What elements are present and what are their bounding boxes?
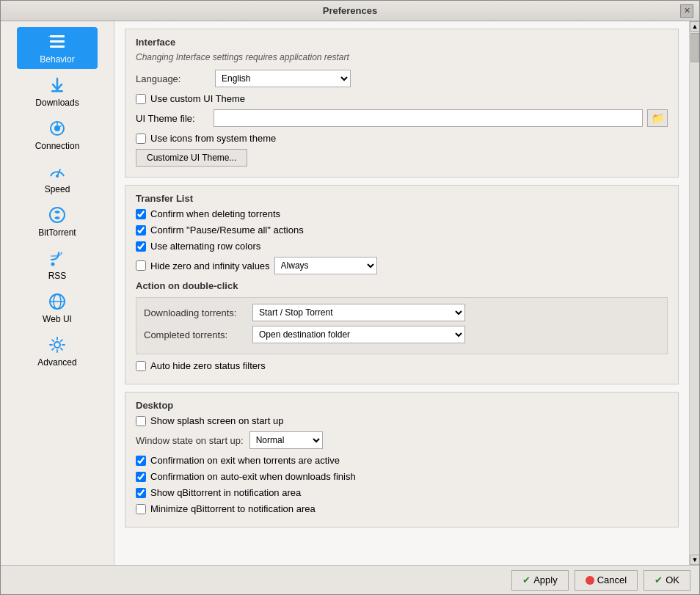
transfer-list-section: Transfer List Confirm when deleting torr… [125, 185, 679, 384]
ok-button[interactable]: ✔ OK [644, 570, 690, 591]
window-state-select[interactable]: Normal Minimized Maximized [249, 431, 323, 449]
apply-button[interactable]: ✔ Apply [511, 570, 569, 591]
icons-system-label: Use icons from system theme [150, 133, 276, 144]
alternating-label: Use alternating row colors [150, 241, 260, 252]
svg-point-9 [56, 175, 59, 178]
behavior-icon [47, 32, 68, 52]
alternating-checkbox[interactable] [136, 241, 146, 252]
auto-hide-checkbox[interactable] [136, 361, 146, 371]
sidebar-item-rss-label: RSS [48, 271, 67, 281]
customize-ui-theme-button[interactable]: Customize UI Theme... [136, 149, 247, 167]
minimize-notification-row: Minimize qBittorrent to notification are… [136, 503, 668, 514]
auto-hide-row: Auto hide zero status filters [136, 360, 668, 371]
window-title: Preferences [20, 5, 680, 16]
speed-icon [47, 161, 68, 182]
apply-check-icon: ✔ [522, 574, 531, 585]
hide-zero-checkbox[interactable] [136, 260, 146, 271]
svg-rect-4 [51, 90, 63, 92]
hide-zero-select[interactable]: Always Never When filtering [274, 257, 377, 274]
main-content: Behavior Downloads [1, 21, 699, 565]
ok-check-icon: ✔ [655, 574, 663, 585]
confirm-delete-label: Confirm when deleting torrents [150, 208, 280, 219]
cancel-button[interactable]: Cancel [575, 570, 638, 591]
sidebar-item-advanced[interactable]: Advanced [17, 330, 98, 372]
sidebar: Behavior Downloads [1, 21, 114, 565]
theme-file-browse-button[interactable]: 📁 [647, 109, 668, 127]
right-panel: Interface Changing Interface settings re… [114, 21, 699, 565]
sidebar-item-bittorrent[interactable]: BitTorrent [17, 200, 98, 242]
hide-zero-row: Hide zero and infinity values Always Nev… [136, 257, 668, 274]
sidebar-item-connection-label: Connection [35, 141, 80, 151]
sidebar-item-connection[interactable]: Connection [17, 114, 98, 156]
content-area: Interface Changing Interface settings re… [114, 21, 689, 565]
confirm-auto-exit-row: Confirmation on auto-exit when downloads… [136, 471, 668, 482]
custom-theme-label: Use custom UI Theme [150, 93, 245, 104]
confirm-exit-row: Confirmation on exit when torrents are a… [136, 455, 668, 466]
footer: ✔ Apply Cancel ✔ OK [1, 565, 699, 594]
confirm-pause-checkbox[interactable] [136, 225, 146, 236]
confirm-delete-row: Confirm when deleting torrents [136, 208, 668, 219]
language-row: Language: English French German Spanish [136, 70, 668, 87]
sidebar-item-speed-label: Speed [45, 184, 70, 194]
transfer-list-title: Transfer List [136, 193, 668, 204]
confirm-exit-label: Confirmation on exit when torrents are a… [150, 455, 340, 466]
title-bar: Preferences ✕ [1, 1, 699, 21]
downloading-select[interactable]: Start / Stop Torrent Open destination fo… [252, 304, 465, 321]
confirm-auto-exit-checkbox[interactable] [136, 472, 146, 482]
splash-checkbox[interactable] [136, 416, 146, 426]
scrollbar-up-button[interactable]: ▲ [690, 21, 699, 32]
window-state-label: Window state on start up: [136, 435, 244, 446]
scrollbar-down-button[interactable]: ▼ [690, 555, 699, 565]
preferences-window: Preferences ✕ Behavior [0, 0, 700, 595]
svg-point-15 [54, 342, 60, 348]
language-select[interactable]: English French German Spanish [215, 70, 351, 87]
close-button[interactable]: ✕ [680, 4, 693, 18]
scrollbar[interactable]: ▲ ▼ [689, 21, 699, 565]
icons-system-checkbox[interactable] [136, 134, 146, 144]
completed-select[interactable]: Open destination folder Start / Stop Tor… [252, 326, 465, 343]
sidebar-item-speed[interactable]: Speed [17, 157, 98, 199]
desktop-title: Desktop [136, 400, 668, 411]
svg-point-11 [51, 263, 55, 266]
sidebar-item-webui-label: Web UI [43, 314, 72, 324]
confirm-delete-checkbox[interactable] [136, 209, 146, 219]
hide-zero-label: Hide zero and infinity values [150, 260, 270, 271]
confirm-exit-checkbox[interactable] [136, 456, 146, 466]
action-double-click-label: Action on double-click [136, 280, 668, 291]
sidebar-item-behavior-label: Behavior [40, 54, 74, 65]
auto-hide-label: Auto hide zero status filters [150, 360, 266, 371]
show-notification-checkbox[interactable] [136, 488, 146, 498]
confirm-pause-row: Confirm "Pause/Resume all" actions [136, 225, 668, 236]
sidebar-item-rss[interactable]: RSS [17, 244, 98, 285]
cancel-dot-icon [586, 576, 594, 585]
show-notification-label: Show qBittorrent in notification area [150, 487, 301, 498]
icons-system-row: Use icons from system theme [136, 133, 668, 144]
minimize-notification-label: Minimize qBittorrent to notification are… [150, 503, 316, 514]
sidebar-item-behavior[interactable]: Behavior [17, 27, 98, 69]
svg-point-10 [50, 208, 65, 222]
apply-label: Apply [533, 574, 558, 585]
sidebar-item-bittorrent-label: BitTorrent [38, 227, 76, 238]
sidebar-item-advanced-label: Advanced [37, 357, 76, 368]
interface-section: Interface Changing Interface settings re… [125, 29, 679, 178]
confirm-auto-exit-label: Confirmation on auto-exit when downloads… [150, 471, 356, 482]
completed-row: Completed torrents: Open destination fol… [144, 326, 660, 343]
custom-theme-checkbox[interactable] [136, 94, 146, 104]
scrollbar-thumb[interactable] [690, 33, 699, 62]
splash-label: Show splash screen on start up [150, 415, 283, 426]
theme-file-label: UI Theme file: [136, 113, 209, 124]
interface-title: Interface [136, 37, 668, 48]
downloads-icon [47, 75, 68, 95]
rss-icon [47, 248, 68, 269]
completed-label: Completed torrents: [144, 329, 247, 340]
window-state-row: Window state on start up: Normal Minimiz… [136, 431, 668, 449]
minimize-notification-checkbox[interactable] [136, 504, 146, 514]
confirm-pause-label: Confirm "Pause/Resume all" actions [150, 225, 304, 236]
theme-file-input[interactable] [214, 109, 643, 127]
restart-note: Changing Interface settings requires app… [136, 52, 668, 62]
bittorrent-icon [47, 205, 68, 225]
cancel-label: Cancel [597, 574, 627, 585]
sidebar-item-downloads[interactable]: Downloads [17, 70, 98, 112]
sidebar-item-webui[interactable]: Web UI [17, 287, 98, 329]
svg-rect-2 [50, 45, 65, 48]
